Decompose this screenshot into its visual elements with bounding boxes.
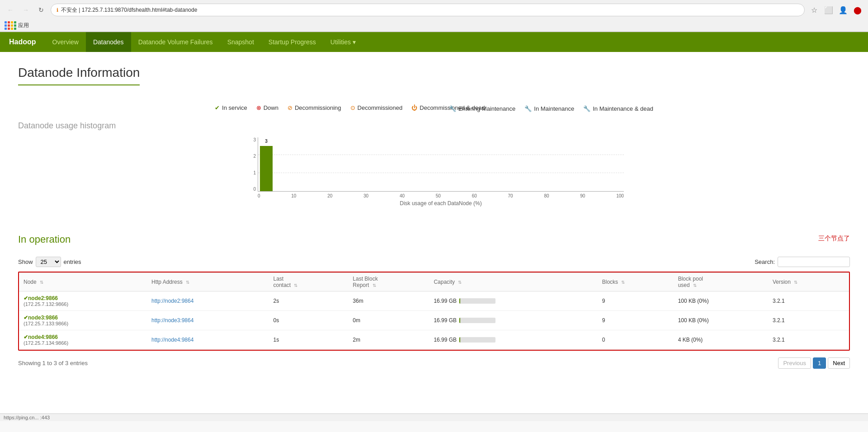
col-last-contact[interactable]: Lastcontact ⇅ bbox=[269, 273, 348, 291]
col-block-pool-used[interactable]: Block poolused ⇅ bbox=[674, 273, 768, 291]
chinese-note: 三个节点了 bbox=[818, 235, 850, 243]
table-row: ✔node3:9866 (172.25.7.133:9866) http://n… bbox=[19, 311, 849, 330]
table-body: ✔node2:9866 (172.25.7.132:9866) http://n… bbox=[19, 291, 849, 350]
cell-node-0: ✔node2:9866 (172.25.7.132:9866) bbox=[19, 291, 147, 311]
search-input[interactable] bbox=[778, 257, 850, 267]
cell-version-1: 3.2.1 bbox=[768, 311, 849, 330]
apps-button[interactable]: 应用 bbox=[5, 21, 29, 30]
decommissioning-label: Decommissioning bbox=[295, 104, 341, 111]
main-content: Datanode Information ✔ In service ⊗ Down… bbox=[0, 52, 868, 413]
cell-contact-1: 0s bbox=[269, 311, 348, 330]
in-maintenance-dead-label: In Maintenance & dead bbox=[593, 105, 653, 112]
previous-button[interactable]: Previous bbox=[778, 357, 811, 369]
sort-icon-capacity: ⇅ bbox=[458, 280, 462, 285]
col-last-block-report[interactable]: Last BlockReport ⇅ bbox=[348, 273, 429, 291]
node-ip-2: (172.25.7.134:9866) bbox=[24, 340, 142, 346]
table-controls: Show 25 50 100 entries Search: bbox=[18, 257, 850, 267]
histogram-bar[interactable]: 3 bbox=[260, 146, 273, 191]
reload-button[interactable]: ↻ bbox=[35, 4, 47, 16]
col-capacity[interactable]: Capacity ⇅ bbox=[429, 273, 597, 291]
entering-maintenance-label: Entering Maintenance bbox=[458, 105, 515, 112]
node-name-1: ✔node3:9866 bbox=[24, 315, 142, 321]
account-button[interactable]: 👤 bbox=[837, 4, 849, 16]
y-axis-mid: 2 bbox=[253, 154, 256, 159]
col-http-address[interactable]: Http Address ⇅ bbox=[147, 273, 269, 291]
page-1-button[interactable]: 1 bbox=[813, 357, 826, 369]
legend: ✔ In service ⊗ Down ⊘ Decommissioning ⊙ … bbox=[18, 103, 850, 112]
capacity-value-2: 16.99 GB bbox=[434, 337, 457, 343]
nav-startup-progress[interactable]: Startup Progress bbox=[261, 32, 323, 52]
cell-contact-2: 1s bbox=[269, 330, 348, 350]
status-bar: https://ping.cn... :443 bbox=[0, 413, 868, 421]
show-entries-control: Show 25 50 100 entries bbox=[18, 257, 81, 267]
cast-button[interactable]: ⬜ bbox=[823, 4, 835, 16]
http-link-2[interactable]: http://node4:9864 bbox=[151, 337, 193, 343]
back-button[interactable]: ← bbox=[5, 4, 16, 16]
browser-actions: ☆ ⬜ 👤 ⬤ bbox=[808, 4, 863, 16]
cell-capacity-2: 16.99 GB bbox=[429, 330, 597, 350]
nav-datanode-volume-failures[interactable]: Datanode Volume Failures bbox=[131, 32, 220, 52]
decommissioned-icon: ⊙ bbox=[350, 104, 355, 111]
histogram-bar-label: 3 bbox=[265, 139, 268, 144]
col-blocks[interactable]: Blocks ⇅ bbox=[598, 273, 674, 291]
datanodes-table: Node ⇅ Http Address ⇅ Lastcontact ⇅ Last… bbox=[19, 272, 849, 350]
search-box: Search: bbox=[755, 257, 850, 267]
cell-block-report-2: 2m bbox=[348, 330, 429, 350]
legend-in-maintenance-dead: 🔧 In Maintenance & dead bbox=[583, 105, 653, 112]
table-row: ✔node4:9866 (172.25.7.134:9866) http://n… bbox=[19, 330, 849, 350]
cell-capacity-1: 16.99 GB bbox=[429, 311, 597, 330]
legend-decommissioning: ⊘ Decommissioning bbox=[288, 103, 341, 112]
capacity-value-0: 16.99 GB bbox=[434, 298, 457, 304]
nav-utilities-dropdown[interactable]: Utilities ▾ bbox=[323, 32, 363, 52]
next-button[interactable]: Next bbox=[828, 357, 850, 369]
capacity-bar-fill-1 bbox=[459, 318, 460, 323]
menu-button[interactable]: ⬤ bbox=[852, 4, 863, 16]
entering-maintenance-icon: 🔧 bbox=[449, 105, 456, 112]
cell-blocks-1: 9 bbox=[598, 311, 674, 330]
star-button[interactable]: ☆ bbox=[808, 4, 820, 16]
pagination-buttons: Previous 1 Next bbox=[778, 357, 850, 369]
nav-snapshot[interactable]: Snapshot bbox=[220, 32, 261, 52]
node-name-0: ✔node2:9866 bbox=[24, 295, 142, 301]
down-icon: ⊗ bbox=[256, 104, 261, 111]
legend-decommissioned: ⊙ Decommissioned bbox=[350, 103, 403, 112]
sort-icon-http: ⇅ bbox=[186, 280, 189, 285]
address-bar[interactable]: ℹ 不安全 | 172.25.7.131:9870/dfshealth.html… bbox=[51, 4, 805, 16]
nav-overview[interactable]: Overview bbox=[45, 32, 86, 52]
forward-button[interactable]: → bbox=[20, 4, 32, 16]
nav-datanodes[interactable]: Datanodes bbox=[86, 32, 131, 52]
cell-block-pool-2: 4 KB (0%) bbox=[674, 330, 768, 350]
http-link-1[interactable]: http://node3:9864 bbox=[151, 317, 193, 324]
cell-http-1: http://node3:9864 bbox=[147, 311, 269, 330]
capacity-container-2: 16.99 GB bbox=[434, 337, 593, 343]
capacity-container-0: 16.99 GB bbox=[434, 298, 593, 304]
page-title: Datanode Information bbox=[18, 66, 140, 85]
cell-http-0: http://node2:9864 bbox=[147, 291, 269, 311]
down-label: Down bbox=[264, 104, 278, 111]
legend-in-service: ✔ In service bbox=[215, 103, 247, 112]
cell-blocks-0: 9 bbox=[598, 291, 674, 311]
histogram-container: 3 2 1 0 bbox=[18, 137, 850, 207]
apps-grid-icon bbox=[5, 21, 16, 30]
x-axis-label: Disk usage of each DataNode (%) bbox=[258, 200, 624, 207]
http-link-0[interactable]: http://node2:9864 bbox=[151, 298, 193, 304]
in-service-icon: ✔ bbox=[215, 104, 220, 111]
col-version[interactable]: Version ⇅ bbox=[768, 273, 849, 291]
nav-utilities-label: Utilities bbox=[330, 38, 351, 46]
cell-blocks-2: 0 bbox=[598, 330, 674, 350]
decommissioned-label: Decommissioned bbox=[358, 104, 403, 111]
sort-icon-node: ⇅ bbox=[40, 280, 43, 285]
y-axis-1: 1 bbox=[253, 170, 256, 175]
nav-utilities-toggle[interactable]: Utilities ▾ bbox=[323, 32, 363, 52]
table-wrapper: Node ⇅ Http Address ⇅ Lastcontact ⇅ Last… bbox=[18, 272, 850, 351]
browser-toolbar: ← → ↻ ℹ 不安全 | 172.25.7.131:9870/dfshealt… bbox=[0, 0, 868, 20]
navbar: Hadoop Overview Datanodes Datanode Volum… bbox=[0, 32, 868, 52]
col-node[interactable]: Node ⇅ bbox=[19, 273, 147, 291]
cell-block-pool-1: 100 KB (0%) bbox=[674, 311, 768, 330]
in-maintenance-label: In Maintenance bbox=[534, 105, 574, 112]
entries-select[interactable]: 25 50 100 bbox=[36, 257, 61, 267]
node-ip-1: (172.25.7.133:9866) bbox=[24, 321, 142, 326]
sort-icon-blocks: ⇅ bbox=[621, 280, 625, 285]
cell-capacity-0: 16.99 GB bbox=[429, 291, 597, 311]
decommissioned-dead-icon: ⏻ bbox=[411, 104, 417, 111]
